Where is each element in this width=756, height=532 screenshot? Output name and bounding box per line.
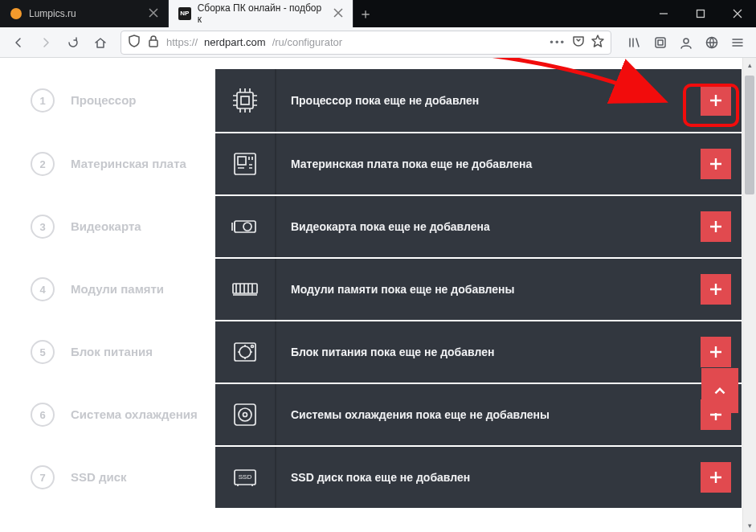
step-number: 7 (14, 447, 71, 508)
config-row-cpu: 1 Процессор Процессор пока еще не добавл… (14, 69, 742, 132)
step-number: 3 (14, 196, 71, 257)
step-number: 6 (14, 384, 71, 445)
bookmark-star-icon[interactable] (591, 35, 604, 50)
config-row-psu: 5 Блок питания Блок питания пока еще не … (14, 320, 742, 383)
scroll-down-button[interactable]: ▾ (743, 518, 756, 532)
gpu-icon (215, 196, 276, 257)
url-path: /ru/configurator (272, 36, 342, 48)
minimize-button[interactable] (645, 0, 682, 27)
component-label: Блок питания (71, 321, 215, 383)
maximize-button[interactable] (682, 0, 719, 27)
home-button[interactable] (88, 31, 112, 55)
page-viewport: 1 Процессор Процессор пока еще не добавл… (0, 58, 756, 532)
close-icon[interactable] (147, 6, 160, 22)
empty-message: Материнская плата пока еще не добавлена (276, 133, 690, 194)
globe-icon[interactable] (700, 31, 724, 55)
tab-title: Сборка ПК онлайн - подбор к (198, 2, 325, 25)
component-label: Процессор (71, 69, 215, 132)
tab-lumpics[interactable]: Lumpics.ru (0, 0, 169, 27)
config-row-ssd: 7 SSD диск SSD диск пока еще не добавлен (14, 445, 742, 508)
psu-icon (215, 321, 276, 383)
window-controls (645, 0, 756, 27)
svg-rect-21 (697, 10, 705, 18)
scrollbar[interactable]: ▴ ▾ (742, 58, 756, 532)
shield-icon[interactable] (128, 35, 141, 50)
browser-navbar: https://nerdpart.com/ru/configurator ••• (0, 27, 756, 58)
config-row-fan: 6 Система охлаждения Системы охлаждения … (14, 383, 742, 445)
add-ssd-button[interactable] (701, 462, 731, 493)
reload-button[interactable] (61, 31, 85, 55)
config-row-gpu: 3 Видеокарта Видеокарта пока еще не доба… (14, 194, 742, 257)
fan-icon (215, 384, 276, 445)
tab-title: Lumpics.ru (29, 8, 76, 19)
step-number: 1 (14, 69, 71, 132)
favicon-orange (10, 7, 22, 20)
empty-message: Процессор пока еще не добавлен (276, 69, 690, 132)
forward-button[interactable] (34, 31, 58, 55)
config-row-mobo: 2 Материнская плата Материнская плата по… (14, 132, 742, 194)
sidebar-icon[interactable] (648, 31, 672, 55)
mobo-icon (215, 133, 276, 194)
add-mobo-button[interactable] (701, 149, 731, 179)
cpu-icon (215, 69, 276, 132)
empty-message: Блок питания пока еще не добавлен (276, 321, 690, 383)
favicon-np: NP (178, 7, 191, 20)
account-icon[interactable] (674, 31, 698, 55)
back-button[interactable] (6, 31, 31, 55)
svg-point-20 (10, 8, 22, 19)
close-icon[interactable] (332, 6, 345, 22)
component-label: Система охлаждения (71, 384, 215, 445)
add-cpu-button[interactable] (701, 85, 731, 116)
url-prefix: https:// (166, 36, 198, 48)
component-label: Материнская плата (71, 133, 215, 194)
scroll-to-top-button[interactable] (701, 368, 738, 413)
empty-message: Модули памяти пока еще не добавлены (276, 259, 690, 320)
step-number: 4 (14, 259, 71, 320)
empty-message: SSD диск пока еще не добавлен (276, 447, 690, 508)
step-number: 5 (14, 321, 71, 383)
step-number: 2 (14, 133, 71, 194)
browser-tabs: Lumpics.ru NP Сборка ПК онлайн - подбор … (0, 0, 645, 27)
lock-icon[interactable] (147, 35, 160, 50)
new-tab-button[interactable]: ＋ (353, 0, 378, 27)
address-bar[interactable]: https://nerdpart.com/ru/configurator ••• (121, 31, 611, 55)
component-label: SSD диск (71, 447, 215, 508)
pocket-icon[interactable] (572, 35, 585, 50)
scroll-thumb[interactable] (745, 76, 754, 194)
add-ram-button[interactable] (701, 274, 731, 305)
url-host: nerdpart.com (204, 36, 266, 48)
component-label: Модули памяти (71, 259, 215, 320)
config-row-ram: 4 Модули памяти Модули памяти пока еще н… (14, 257, 742, 320)
window-titlebar: Lumpics.ru NP Сборка ПК онлайн - подбор … (0, 0, 756, 27)
ram-icon (215, 259, 276, 320)
component-label: Видеокарта (71, 196, 215, 257)
empty-message: Системы охлаждения пока еще не добавлены (276, 384, 690, 445)
empty-message: Видеокарта пока еще не добавлена (276, 196, 690, 257)
library-icon[interactable] (623, 31, 647, 55)
tab-nerdpart[interactable]: NP Сборка ПК онлайн - подбор к (169, 0, 353, 27)
menu-icon[interactable] (725, 31, 750, 55)
close-window-button[interactable] (719, 0, 756, 27)
scroll-up-button[interactable]: ▴ (743, 58, 756, 72)
ssd-icon (215, 447, 276, 508)
page-actions-icon[interactable]: ••• (550, 36, 566, 48)
add-gpu-button[interactable] (701, 211, 731, 242)
add-psu-button[interactable] (701, 337, 731, 367)
